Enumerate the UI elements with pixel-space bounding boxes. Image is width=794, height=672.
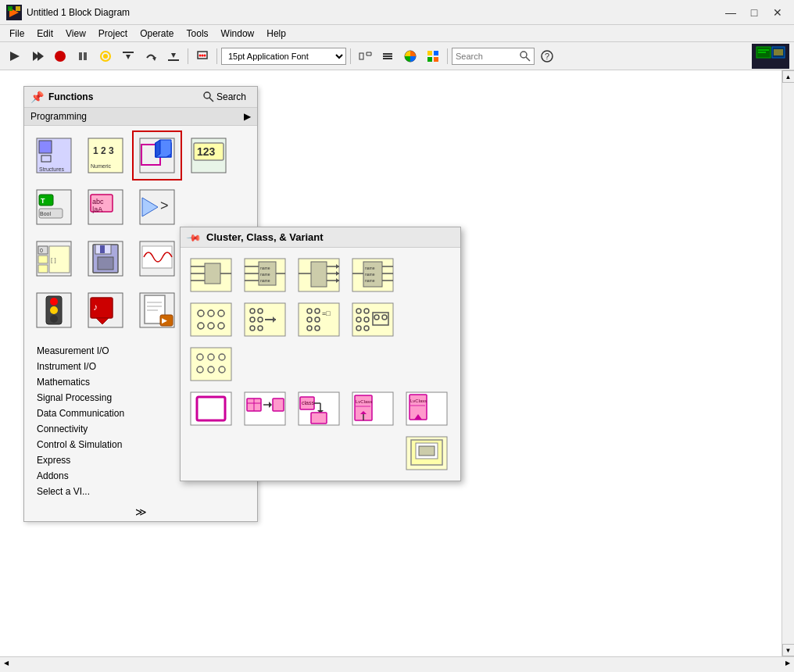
svg-text:Numeric: Numeric (91, 163, 112, 169)
scroll-down-button[interactable]: ▼ (782, 644, 795, 656)
icon-structures[interactable]: Structures (29, 130, 79, 181)
text-style-button[interactable] (355, 46, 375, 66)
cluster-icon-six-dot[interactable] (187, 298, 235, 341)
maximize-button[interactable]: □ (744, 5, 764, 20)
abort-button[interactable] (50, 46, 70, 66)
icon-waveform[interactable] (132, 234, 182, 284)
cluster-empty-r3c5 (402, 343, 451, 385)
cluster-icon-class-cast[interactable] (241, 388, 289, 430)
cluster-empty-r3c3 (295, 343, 343, 385)
warnings-button[interactable] (192, 46, 213, 66)
icon-boolean[interactable]: T Bool (29, 182, 79, 232)
cluster-icon-bundle-name[interactable]: name name name (241, 254, 289, 296)
cluster-icon-class-border[interactable] (187, 388, 235, 430)
cluster-icon-wide-bundle[interactable] (349, 298, 397, 341)
menu-express-label: Express (37, 455, 70, 466)
svg-point-7 (55, 51, 66, 62)
scrollbar-right[interactable]: ▲ ▼ (781, 70, 794, 656)
svg-text:>: > (160, 198, 169, 213)
svg-marker-4 (10, 52, 20, 61)
step-into-button[interactable] (118, 46, 138, 66)
svg-rect-16 (168, 59, 179, 61)
scrollbar-bottom[interactable]: ◀ ▶ (0, 656, 794, 669)
scroll-right-button[interactable]: ▶ (781, 657, 794, 670)
cluster-icon-bundle[interactable] (187, 254, 235, 296)
svg-rect-24 (383, 55, 392, 57)
menu-project[interactable]: Project (92, 27, 134, 41)
scroll-track-horizontal[interactable] (13, 657, 781, 670)
menu-tools[interactable]: Tools (181, 27, 215, 41)
close-button[interactable]: ✕ (767, 5, 788, 20)
menu-signal-processing-label: Signal Processing (37, 392, 112, 403)
icon-numeric[interactable]: 1 2 3 Numeric (80, 130, 131, 181)
menu-file[interactable]: File (3, 27, 30, 41)
step-over-button[interactable] (141, 46, 161, 66)
svg-marker-6 (38, 52, 44, 61)
menu-select-vi[interactable]: Select a VI... (30, 484, 251, 499)
scroll-thumb[interactable] (782, 83, 795, 644)
cluster-icon-container[interactable] (402, 432, 451, 474)
menu-help[interactable]: Help (260, 27, 292, 41)
svg-line-41 (209, 98, 213, 102)
cluster-icon-unbundle-array[interactable]: =□ (295, 298, 343, 341)
panel-title-text: Functions (48, 91, 93, 102)
pause-button[interactable] (73, 46, 93, 66)
menu-data-comm-label: Data Communication (37, 408, 124, 419)
svg-text:0: 0 (40, 248, 43, 253)
step-out-button[interactable] (163, 46, 184, 66)
run-continuously-button[interactable] (27, 46, 48, 66)
menu-mathematics-label: Mathematics (37, 377, 90, 388)
highlight-button[interactable] (95, 46, 116, 66)
scroll-up-button[interactable]: ▲ (782, 70, 795, 83)
svg-rect-23 (383, 53, 392, 55)
menu-window[interactable]: Window (215, 27, 261, 41)
help-button[interactable]: ? (537, 46, 557, 66)
cluster-pin-icon[interactable]: 📌 (186, 229, 202, 245)
font-select[interactable]: 15pt Application Font (221, 48, 346, 65)
cluster-icon-variant-dots[interactable] (187, 343, 235, 385)
icon-timing[interactable] (29, 285, 79, 335)
icon-constants[interactable]: 123 (184, 130, 234, 181)
align-button[interactable] (377, 46, 398, 66)
svg-point-20 (204, 54, 206, 56)
cluster-empty-r1c5 (402, 254, 451, 296)
panel-search-button[interactable]: Search (198, 90, 251, 104)
icon-report[interactable]: ▶ (132, 285, 182, 335)
run-button[interactable] (5, 46, 25, 66)
toolbar-sep-2 (216, 48, 217, 64)
icon-array[interactable]: [ ] 0 (29, 234, 79, 284)
svg-rect-29 (427, 57, 432, 62)
cluster-icon-unbundle-name[interactable]: name name name (349, 254, 397, 296)
expand-button[interactable]: ≫ (24, 502, 257, 521)
svg-rect-12 (123, 52, 134, 53)
icon-string[interactable]: abc |aA (80, 182, 131, 232)
cluster-icon-to-specific[interactable]: class (295, 388, 343, 430)
scroll-left-button[interactable]: ◀ (0, 657, 13, 670)
toolbar-sep-3 (350, 48, 351, 64)
icon-dialog[interactable]: ♪ (80, 285, 131, 335)
svg-point-31 (520, 52, 527, 58)
cluster-title: Cluster, Class, & Variant (206, 231, 324, 243)
icon-file-io[interactable] (80, 234, 131, 284)
cluster-icon-lvclass1[interactable]: LvClass (349, 388, 397, 430)
svg-rect-8 (79, 52, 82, 60)
cluster-icon-bundle-array[interactable] (241, 298, 289, 341)
cluster-icon-unbundle[interactable] (295, 254, 343, 296)
toolbar-search-box[interactable] (452, 48, 535, 65)
toolbar-sep-1 (188, 48, 188, 64)
icon-comparison[interactable]: > (132, 182, 182, 232)
menu-edit[interactable]: Edit (30, 27, 59, 41)
svg-rect-3 (16, 6, 20, 11)
svg-marker-13 (126, 55, 131, 59)
menu-operate[interactable]: Operate (134, 27, 180, 41)
panel-subheader: Programming ▶ (24, 108, 257, 126)
minimize-button[interactable]: — (721, 5, 741, 20)
pin-icon[interactable]: 📌 (30, 91, 44, 103)
color-button[interactable] (400, 46, 420, 66)
menu-view[interactable]: View (59, 27, 92, 41)
cluster-icon-lvclass2[interactable]: LvClass (402, 388, 451, 430)
color-button2[interactable] (423, 46, 443, 66)
icon-cluster[interactable] (132, 130, 182, 181)
canvas-area[interactable]: 📌 Functions Search Programming ▶ (0, 70, 794, 656)
toolbar-search-input[interactable] (456, 52, 518, 61)
